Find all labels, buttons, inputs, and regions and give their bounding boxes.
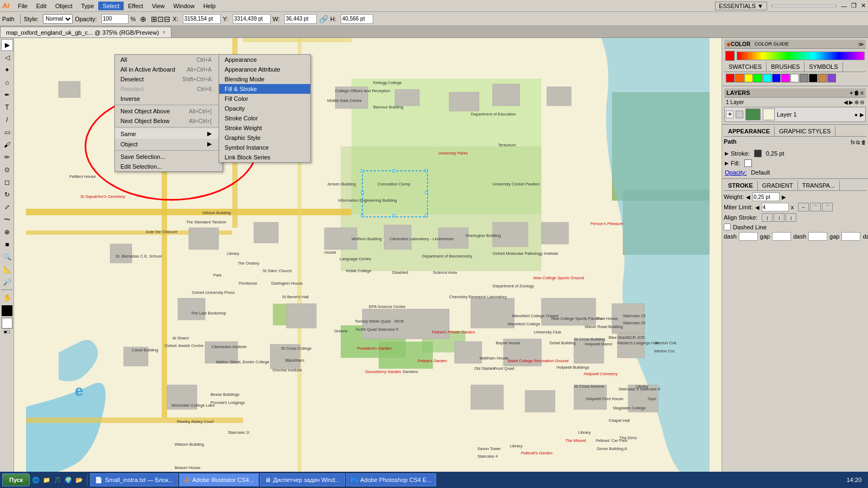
rect-tool[interactable]: ▭ <box>1 126 13 138</box>
dash-input-1[interactable] <box>739 232 758 241</box>
canvas-area[interactable]: e Kellogg College College Offices and Re… <box>14 38 722 476</box>
quicklaunch-media[interactable]: 🎵 <box>53 473 62 486</box>
swatch-brown[interactable] <box>818 74 827 82</box>
swatch-gray[interactable] <box>800 74 808 82</box>
search-input-header[interactable] <box>771 5 837 7</box>
menu-edit-selection[interactable]: Edit Selection... <box>115 162 222 171</box>
gap-input-1[interactable] <box>772 232 791 241</box>
magic-wand-tool[interactable]: ✦ <box>1 64 13 76</box>
layers-nav-left[interactable]: ◀ <box>844 99 848 105</box>
sub-fill-color[interactable]: Fill Color <box>219 94 310 104</box>
layers-add-btn[interactable]: + <box>850 90 853 96</box>
direct-select-tool[interactable]: ◁ <box>1 52 13 63</box>
menu-object[interactable]: Object <box>51 2 77 10</box>
menu-object[interactable]: Object ▶ <box>115 139 222 149</box>
menu-type[interactable]: Type <box>77 2 99 10</box>
essentials-dropdown[interactable]: ESSENTIALS ▼ <box>715 2 767 10</box>
sub-graphic-style[interactable]: Graphic Style <box>219 133 310 143</box>
swatch-magenta[interactable] <box>781 74 790 82</box>
quicklaunch-chrome[interactable]: 🌍 <box>63 473 73 486</box>
menu-effect[interactable]: Effect <box>124 2 148 10</box>
appearance-add-effect[interactable]: fx <box>851 139 855 146</box>
menu-save-selection[interactable]: Save Selection... <box>115 152 222 162</box>
weight-increase[interactable]: ▶ <box>782 194 786 200</box>
menu-inverse[interactable]: Inverse <box>115 94 222 104</box>
swatches-tab[interactable]: SWATCHES <box>724 62 767 72</box>
swatch-blue[interactable] <box>772 74 781 82</box>
y-input[interactable] <box>233 14 271 24</box>
swatch-white[interactable] <box>790 74 799 82</box>
align-outside-btn[interactable]: | <box>786 213 796 222</box>
color-mode[interactable]: ■□ <box>1 329 12 335</box>
symbols-tab[interactable]: SYMBOLS <box>805 62 843 72</box>
layers-nav-right[interactable]: ▶ <box>849 99 853 105</box>
transparency-tab[interactable]: TRANSPA... <box>798 181 840 190</box>
rotate-tool[interactable]: ↻ <box>1 189 13 201</box>
color-fill-swatch[interactable] <box>725 51 735 61</box>
menu-window[interactable]: Window <box>169 2 199 10</box>
gap-input-2[interactable] <box>841 232 860 241</box>
menu-all[interactable]: All Ctrl+A <box>115 55 222 65</box>
swatch-green[interactable] <box>754 74 762 82</box>
weight-decrease[interactable]: ◀ <box>746 194 750 200</box>
layer-expand[interactable]: ▶ <box>860 112 864 118</box>
align-icons[interactable]: ⊞⊡⊟ <box>151 15 170 23</box>
menu-select[interactable]: Select <box>98 2 124 10</box>
sub-stroke-color[interactable]: Stroke Color <box>219 113 310 123</box>
select-tool[interactable]: ▶ <box>1 39 13 51</box>
swatch-purple[interactable] <box>827 74 836 82</box>
miter-decrease[interactable]: ◀ <box>755 204 760 210</box>
gradient-tab[interactable]: GRADIENT <box>758 181 798 190</box>
tab-close-btn[interactable]: × <box>162 29 165 35</box>
bevel-join-btn[interactable]: ⌒ <box>822 203 833 211</box>
dashed-checkbox[interactable] <box>724 223 731 230</box>
window-restore[interactable]: ❐ <box>851 2 857 9</box>
align-inside-btn[interactable]: | <box>774 213 784 222</box>
style-select[interactable]: Normal <box>43 14 73 24</box>
sub-opacity[interactable]: Opacity <box>219 104 310 113</box>
taskbar-app-taskmanager[interactable]: 🖥 Диспетчер задач Wind... <box>260 473 344 486</box>
round-join-btn[interactable]: ⌒ <box>810 203 821 211</box>
appearance-duplicate[interactable]: ⧉ <box>856 139 860 146</box>
opacity-input[interactable] <box>101 14 129 24</box>
layer-lock-toggle[interactable] <box>736 111 743 118</box>
scale-tool[interactable]: ⤢ <box>1 201 13 213</box>
taskbar-app-illustrator[interactable]: Ai Adobe Illustrator CS4... <box>179 473 259 486</box>
layer-visibility-toggle[interactable]: 👁 <box>726 111 733 118</box>
menu-edit[interactable]: Edit <box>32 2 51 10</box>
sub-link-block[interactable]: Link Block Series <box>219 152 310 162</box>
opacity-more[interactable]: ⊕ <box>140 15 146 23</box>
fill-swatch[interactable] <box>2 305 12 316</box>
zoom-tool[interactable]: 🔎 <box>1 276 13 288</box>
color-guide-tab[interactable]: COLOR GUIDE <box>752 41 791 47</box>
h-input[interactable] <box>341 14 373 24</box>
appearance-tab[interactable]: APPEARANCE <box>724 126 775 136</box>
sub-stroke-weight[interactable]: Stroke Weight <box>219 123 310 133</box>
dash-input-2[interactable] <box>808 232 827 241</box>
swatch-yellow[interactable] <box>744 74 753 82</box>
sub-fill-stroke[interactable]: Fill & Stroke <box>219 84 310 94</box>
layers-menu-btn[interactable]: ≡ <box>860 90 864 96</box>
pencil-tool[interactable]: ✏ <box>1 151 13 163</box>
quicklaunch-extra[interactable]: 📂 <box>74 473 84 486</box>
align-center-btn[interactable]: | <box>762 213 773 222</box>
measure-tool[interactable]: 📐 <box>1 264 13 275</box>
brushes-tab[interactable]: BRUSHES <box>767 62 805 72</box>
warp-tool[interactable]: 〜 <box>1 214 13 226</box>
layers-nav-add[interactable]: ⊕ <box>854 99 859 105</box>
color-panel-expand[interactable]: ≫ <box>858 41 864 47</box>
sub-appearance-attr[interactable]: Appearance Attribute <box>219 65 310 74</box>
window-minimize[interactable]: — <box>841 3 847 9</box>
menu-view[interactable]: View <box>148 2 169 10</box>
sub-appearance[interactable]: Appearance <box>219 55 310 65</box>
appearance-delete[interactable]: 🗑 <box>861 139 866 146</box>
type-tool[interactable]: T <box>1 101 13 113</box>
hand-tool[interactable]: ✋ <box>1 292 13 304</box>
blob-tool[interactable]: ⊙ <box>1 164 13 176</box>
quicklaunch-ie[interactable]: 🌐 <box>31 473 41 486</box>
layers-delete-btn[interactable]: 🗑 <box>854 90 859 96</box>
eyedropper-tool[interactable]: 🔍 <box>1 251 13 263</box>
swatch-cyan[interactable] <box>763 74 771 82</box>
sub-symbol-instance[interactable]: Symbol Instance <box>219 143 310 152</box>
start-button[interactable]: Пуск <box>2 473 30 486</box>
